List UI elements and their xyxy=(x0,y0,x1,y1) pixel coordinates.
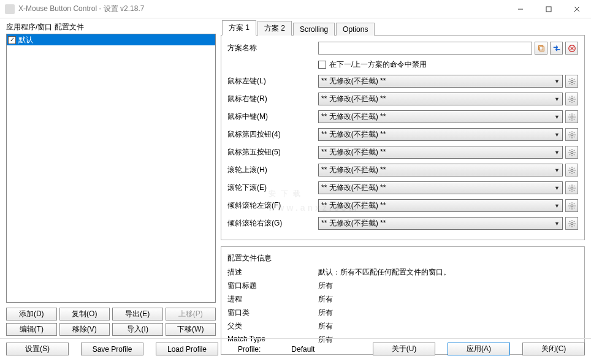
mouse-label: 鼠标左键(L) xyxy=(227,76,318,86)
info-title: 配置文件信息 xyxy=(227,253,578,264)
gear-icon[interactable] xyxy=(565,217,578,230)
profile-label: Profile: xyxy=(238,345,261,354)
copy-scheme-icon[interactable] xyxy=(535,42,547,55)
info-row: 进程所有 xyxy=(227,294,578,305)
mouse-label: 鼠标第五按钮(5) xyxy=(227,147,318,157)
svg-rect-4 xyxy=(538,45,543,50)
profile-list[interactable]: ✓ 默认 xyxy=(6,34,216,303)
info-label: 窗口类 xyxy=(227,308,318,318)
down-button[interactable]: 下移(W) xyxy=(166,323,216,336)
profile-value: Default xyxy=(291,345,315,354)
svg-point-17 xyxy=(571,222,573,225)
export-button[interactable]: 导出(E) xyxy=(112,308,163,320)
mouse-combo[interactable]: ** 无修改(不拦截) **▼ xyxy=(318,110,563,123)
tab-scheme1[interactable]: 方案 1 xyxy=(222,20,256,36)
settings-button[interactable]: 设置(S) xyxy=(6,343,69,355)
svg-point-9 xyxy=(571,80,573,83)
mouse-label: 滚轮上滚(H) xyxy=(227,165,318,175)
mouse-combo[interactable]: ** 无修改(不拦截) **▼ xyxy=(318,93,563,105)
info-label: 窗口标题 xyxy=(227,281,318,291)
gear-icon[interactable] xyxy=(565,110,578,123)
scheme-name-label: 方案名称 xyxy=(227,43,318,53)
profile-item[interactable]: ✓ 默认 xyxy=(7,34,215,45)
disable-checkbox[interactable] xyxy=(318,61,326,69)
titlebar: X-Mouse Button Control - 设置 v2.18.7 xyxy=(0,0,591,18)
mouse-combo[interactable]: ** 无修改(不拦截) **▼ xyxy=(318,164,563,176)
mouse-row: 鼠标第五按钮(5)** 无修改(不拦截) **▼ xyxy=(227,146,578,159)
up-button[interactable]: 上移(P) xyxy=(166,308,216,320)
profiles-label: 应用程序/窗口 配置文件 xyxy=(6,22,216,32)
gear-icon[interactable] xyxy=(565,128,578,141)
info-value: 所有 xyxy=(318,281,333,291)
mouse-label: 倾斜滚轮右滚(G) xyxy=(227,218,318,229)
svg-point-12 xyxy=(571,134,573,136)
info-value: 所有 xyxy=(318,294,333,305)
info-label: 描述 xyxy=(227,267,318,278)
info-value: 默认：所有不匹配任何配置文件的窗口。 xyxy=(318,267,451,278)
tab-options[interactable]: Options xyxy=(336,23,375,36)
mouse-row: 鼠标第四按钮(4)** 无修改(不拦截) **▼ xyxy=(227,128,578,141)
gear-icon[interactable] xyxy=(565,93,578,105)
mouse-row: 鼠标右键(R)** 无修改(不拦截) **▼ xyxy=(227,93,578,105)
mouse-combo[interactable]: ** 无修改(不拦截) **▼ xyxy=(318,181,563,194)
app-icon xyxy=(5,4,15,14)
minimize-button[interactable] xyxy=(506,0,535,18)
svg-point-16 xyxy=(571,205,573,207)
svg-rect-1 xyxy=(546,7,551,12)
mouse-label: 鼠标右键(R) xyxy=(227,94,318,104)
load-profile-button[interactable]: Load Profile xyxy=(156,343,218,355)
gear-icon[interactable] xyxy=(565,164,578,176)
svg-point-13 xyxy=(571,151,573,154)
mouse-label: 鼠标第四按钮(4) xyxy=(227,129,318,140)
edit-button[interactable]: 编辑(T) xyxy=(6,323,57,336)
add-button[interactable]: 添加(D) xyxy=(6,308,57,320)
tab-scheme2[interactable]: 方案 2 xyxy=(257,21,292,36)
mouse-row: 滚轮上滚(H)** 无修改(不拦截) **▼ xyxy=(227,164,578,176)
mouse-combo[interactable]: ** 无修改(不拦截) **▼ xyxy=(318,199,563,212)
import-button[interactable]: 导入(I) xyxy=(112,323,163,336)
close-button[interactable] xyxy=(563,0,591,18)
info-label: 父类 xyxy=(227,321,318,332)
svg-point-15 xyxy=(571,187,573,189)
about-button[interactable]: 关于(U) xyxy=(373,343,435,355)
info-value: 所有 xyxy=(318,321,333,332)
gear-icon[interactable] xyxy=(565,146,578,159)
info-row: 描述默认：所有不匹配任何配置文件的窗口。 xyxy=(227,267,578,278)
mouse-row: 鼠标中键(M)** 无修改(不拦截) **▼ xyxy=(227,110,578,123)
mouse-combo[interactable]: ** 无修改(不拦截) **▼ xyxy=(318,75,563,88)
maximize-button[interactable] xyxy=(535,0,563,18)
swap-scheme-icon[interactable] xyxy=(550,42,563,55)
mouse-combo[interactable]: ** 无修改(不拦截) **▼ xyxy=(318,146,563,159)
window-title: X-Mouse Button Control - 设置 v2.18.7 xyxy=(18,4,506,14)
profile-name: 默认 xyxy=(18,35,33,45)
profile-checkbox[interactable]: ✓ xyxy=(8,36,16,44)
gear-icon[interactable] xyxy=(565,75,578,88)
info-row: 窗口类所有 xyxy=(227,308,578,318)
disable-label: 在下一/上一方案的命令中禁用 xyxy=(329,59,427,70)
delete-scheme-icon[interactable] xyxy=(565,42,578,55)
gear-icon[interactable] xyxy=(565,199,578,212)
mouse-combo[interactable]: ** 无修改(不拦截) **▼ xyxy=(318,128,563,141)
mouse-row: 倾斜滚轮右滚(G)** 无修改(不拦截) **▼ xyxy=(227,217,578,230)
svg-point-14 xyxy=(571,169,573,172)
gear-icon[interactable] xyxy=(565,181,578,194)
copy-button[interactable]: 复制(O) xyxy=(59,308,110,320)
info-value: 所有 xyxy=(318,308,333,318)
apply-button[interactable]: 应用(A) xyxy=(448,343,510,355)
mouse-label: 滚轮下滚(E) xyxy=(227,183,318,193)
info-row: 父类所有 xyxy=(227,321,578,332)
remove-button[interactable]: 移除(V) xyxy=(59,323,110,336)
mouse-row: 滚轮下滚(E)** 无修改(不拦截) **▼ xyxy=(227,181,578,194)
svg-point-10 xyxy=(571,98,573,100)
svg-rect-5 xyxy=(540,47,544,51)
mouse-combo[interactable]: ** 无修改(不拦截) **▼ xyxy=(318,217,563,230)
save-profile-button[interactable]: Save Profile xyxy=(81,343,143,355)
tab-content: 方案名称 在下一/上一方案的命令中禁用 鼠标左键(L)** 无修改(不拦截) *… xyxy=(221,36,585,240)
tab-scrolling[interactable]: Scrolling xyxy=(293,23,335,36)
close-button-footer[interactable]: 关闭(C) xyxy=(522,343,585,355)
svg-point-11 xyxy=(571,116,573,118)
scheme-name-input[interactable] xyxy=(318,42,532,55)
mouse-label: 鼠标中键(M) xyxy=(227,112,318,122)
info-row: 窗口标题所有 xyxy=(227,281,578,291)
mouse-row: 倾斜滚轮左滚(F)** 无修改(不拦截) **▼ xyxy=(227,199,578,212)
